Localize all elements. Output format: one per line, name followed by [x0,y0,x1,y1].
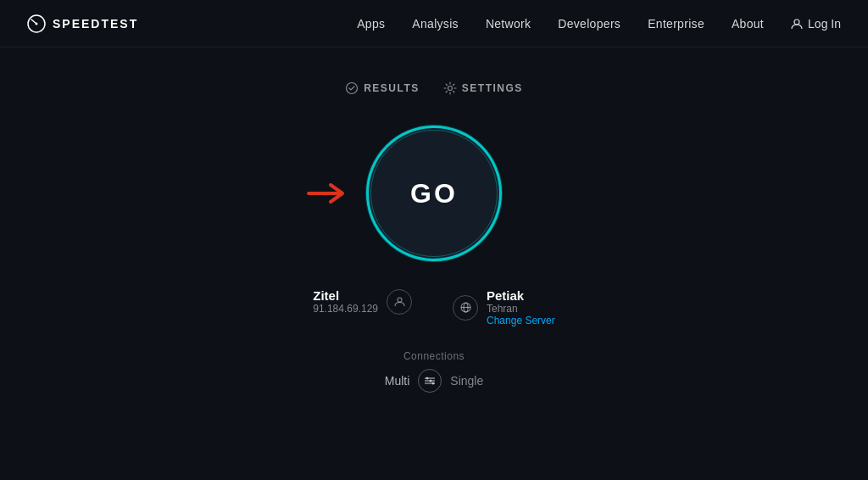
nav-item-network[interactable]: Network [486,17,531,31]
connections-toggle-icon[interactable] [418,369,442,393]
nav-item-enterprise[interactable]: Enterprise [648,17,704,31]
nav-item-developers[interactable]: Developers [558,17,620,31]
gear-icon [443,81,457,95]
nav-item-apps[interactable]: Apps [357,17,385,31]
logo-text: SPEEDTEST [53,17,138,31]
go-label: GO [410,178,458,209]
nav-item-analysis[interactable]: Analysis [412,17,459,31]
svg-point-1 [36,22,38,25]
change-server-link[interactable]: Change Server [487,315,555,327]
user-icon [791,18,803,30]
speedtest-logo-icon [27,14,46,33]
isp-name: Zitel [313,288,378,303]
connections-section: Connections Multi Single [385,350,483,393]
login-button[interactable]: Log In [791,17,841,31]
server-location: Tehran [487,303,555,315]
isp-ip: 91.184.69.129 [313,303,378,315]
results-button[interactable]: RESULTS [345,81,420,95]
results-label: RESULTS [364,82,420,94]
svg-point-12 [430,380,432,382]
isp-info: Zitel 91.184.69.129 [313,288,412,315]
svg-point-4 [448,87,452,91]
check-circle-icon [345,81,359,95]
main-nav: Apps Analysis Network Developers Enterpr… [357,17,841,31]
go-button[interactable]: GO [366,126,502,261]
svg-point-3 [347,83,358,94]
go-button-area: GO [366,126,502,261]
connections-toggle: Multi Single [385,369,483,393]
single-label: Single [450,374,483,388]
results-settings-toolbar: RESULTS SETTINGS [345,81,523,95]
person-icon [387,289,412,315]
settings-label: SETTINGS [462,82,523,94]
server-text: Petiak Tehran Change Server [487,288,555,327]
main-content: RESULTS SETTINGS GO Zitel 91.184.69 [0,47,868,393]
login-label: Log In [808,17,841,31]
server-name: Petiak [487,288,555,303]
server-details: Petiak Tehran Change Server [453,288,555,327]
server-info-section: Zitel 91.184.69.129 Petiak [313,288,554,327]
connections-label: Connections [403,350,465,362]
settings-button[interactable]: SETTINGS [443,81,523,95]
svg-point-13 [432,382,435,385]
svg-point-2 [794,20,799,25]
nav-item-about[interactable]: About [732,17,764,31]
globe-icon [453,295,478,321]
header: SPEEDTEST Apps Analysis Network Develope… [0,0,868,47]
logo: SPEEDTEST [27,14,138,33]
svg-point-11 [426,377,429,380]
svg-point-5 [398,298,402,302]
arrow-right-indicator [307,181,348,205]
multi-label: Multi [385,374,410,388]
isp-text: Zitel 91.184.69.129 [313,288,378,315]
